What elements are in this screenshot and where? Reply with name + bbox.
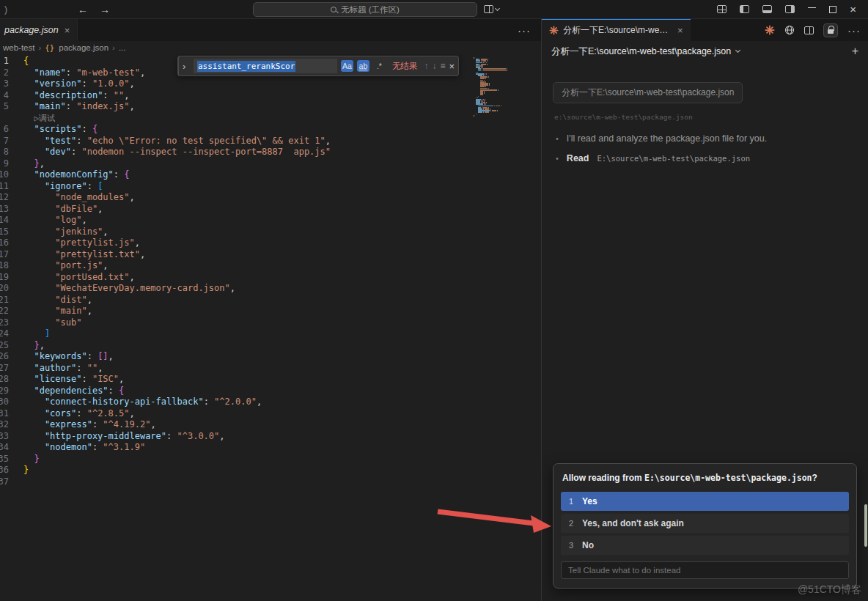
code-line[interactable]: 31"cors": "^2.8.5", <box>0 408 471 420</box>
code-line[interactable]: 4"description": "", <box>0 90 471 102</box>
code-line-content: "author": "", <box>9 363 103 375</box>
code-line[interactable]: 28"license": "ISC", <box>0 374 471 386</box>
code-line[interactable]: 15"jenkins", <box>0 226 471 238</box>
code-line[interactable]: 36} <box>0 465 471 476</box>
conversation-title[interactable]: 分析一下E:\source\m-web-test\package.json <box>551 45 731 58</box>
tell-claude-placeholder: Tell Claude what to do instead <box>568 566 680 575</box>
permission-option-3[interactable]: 3No <box>561 536 849 555</box>
code-token: "ISC" <box>92 374 119 384</box>
find-previous-button[interactable]: ↑ <box>424 61 428 71</box>
code-line[interactable]: 14"log", <box>0 215 471 226</box>
code-line[interactable]: 5"main": "index.js", <box>0 101 471 113</box>
panel-tab-claude[interactable]: 分析一下E:\source\m-web-test... × <box>542 19 691 41</box>
panel-scrollbar-thumb[interactable] <box>864 504 867 547</box>
match-case-toggle[interactable]: Aa <box>341 60 353 72</box>
code-line[interactable]: 13"dbFile", <box>0 204 471 215</box>
layout-grid-icon[interactable] <box>717 5 727 13</box>
find-close-button[interactable]: × <box>449 61 455 72</box>
code-line[interactable]: 8"dev": "nodemon --inspect --inspect-por… <box>0 147 471 158</box>
code-line[interactable]: 21"dist", <box>0 295 471 306</box>
maximize-button[interactable] <box>829 6 836 13</box>
editor-more-actions-button[interactable]: ··· <box>518 19 541 41</box>
code-line[interactable]: 3"version": "1.0.0", <box>0 78 471 90</box>
find-collapse-icon[interactable]: › <box>183 61 190 72</box>
code-line[interactable]: 20"WechatEveryDay.memory-card.json", <box>0 283 471 295</box>
code-line[interactable]: ▷调试 <box>0 113 471 125</box>
line-number: 25 <box>0 340 9 352</box>
tab-close-icon[interactable]: × <box>65 25 70 36</box>
code-line[interactable]: 16"prettylist.js", <box>0 237 471 249</box>
code-token: "jenkins" <box>55 226 103 237</box>
panel-tab-close-icon[interactable]: × <box>677 25 683 36</box>
whole-word-toggle[interactable]: ab <box>357 60 369 72</box>
code-line[interactable]: 19"portUsed.txt", <box>0 272 471 284</box>
code-token: "connect-history-api-fallback" <box>45 397 204 407</box>
code-line[interactable]: 30"connect-history-api-fallback": "^2.0.… <box>0 397 471 408</box>
context-path: e:\source\m-web-test\package.json <box>553 113 857 121</box>
code-line[interactable]: 12"node_modules", <box>0 192 471 204</box>
breadcrumb-item[interactable]: ... <box>119 43 126 52</box>
find-input[interactable]: assistant_rerankScor <box>194 59 337 73</box>
code-line[interactable]: 6"scripts": { <box>0 124 471 136</box>
code-line[interactable]: 9}, <box>0 158 471 170</box>
line-number: 17 <box>0 249 9 261</box>
code-line[interactable]: 34"nodemon": "^3.1.9" <box>0 442 471 454</box>
code-area[interactable]: 1{2"name": "m-web-test",3"version": "1.0… <box>0 54 471 601</box>
code-line[interactable]: 25}, <box>0 340 471 352</box>
breadcrumb-item[interactable]: web-test <box>3 43 34 52</box>
globe-icon[interactable] <box>784 25 795 35</box>
code-token: [] <box>98 351 108 361</box>
code-line[interactable]: 37 <box>0 476 471 488</box>
permissions-lock-button[interactable] <box>823 23 838 37</box>
code-line[interactable]: 29"dependencies": { <box>0 386 471 397</box>
code-line-content: "description": "", <box>9 90 130 102</box>
line-number: 1 <box>0 56 9 67</box>
code-line-content <box>9 476 23 488</box>
code-line[interactable]: 7"test": "echo \"Error: no test specifie… <box>0 136 471 147</box>
forward-button[interactable]: → <box>100 4 110 15</box>
regex-toggle[interactable]: .* <box>373 60 386 72</box>
panel-more-actions-button[interactable]: ··· <box>847 24 861 37</box>
tab-package-json[interactable]: package.json × <box>0 19 78 41</box>
code-token: : <box>81 124 92 134</box>
editor-group: package.json × ··· web-test›{} package.j… <box>0 19 541 601</box>
code-line[interactable]: 32"express": "^4.19.2", <box>0 419 471 431</box>
toggle-secondary-sidebar-icon[interactable] <box>785 5 795 13</box>
minimap[interactable] <box>474 57 538 118</box>
back-button[interactable]: ← <box>78 4 88 15</box>
find-next-button[interactable]: ↓ <box>432 61 436 71</box>
minimize-button[interactable] <box>808 7 816 8</box>
chevron-down-icon[interactable] <box>735 48 740 53</box>
code-line[interactable]: 26"keywords": [], <box>0 351 471 363</box>
breadcrumb-item[interactable]: {} package.json <box>45 43 108 52</box>
tell-claude-input[interactable]: Tell Claude what to do instead <box>561 561 849 579</box>
line-number: 31 <box>0 408 9 420</box>
code-line[interactable]: 33"http-proxy-middleware": "^3.0.0", <box>0 431 471 443</box>
code-line[interactable]: 23"sub" <box>0 317 471 329</box>
code-line[interactable]: 11"ignore": [ <box>0 181 471 193</box>
code-line[interactable]: 18"port.js", <box>0 260 471 272</box>
permission-option-2[interactable]: 2Yes, and don't ask again <box>561 514 849 533</box>
permission-option-1[interactable]: 1Yes <box>561 492 849 511</box>
split-panel-icon[interactable] <box>804 26 814 34</box>
customize-layout-button[interactable] <box>484 5 499 13</box>
code-line[interactable]: 24] <box>0 328 471 340</box>
code-line-content: "node_modules", <box>9 192 135 204</box>
toggle-sidebar-icon[interactable] <box>740 5 749 13</box>
codelens-debug[interactable]: ▷调试 <box>34 114 55 123</box>
dialog-title-suffix: ? <box>812 473 817 483</box>
code-line[interactable]: 35} <box>0 454 471 465</box>
breadcrumb: web-test›{} package.json›... <box>0 41 541 54</box>
new-conversation-button[interactable]: + <box>852 45 858 58</box>
claude-star-icon[interactable] <box>765 25 775 35</box>
close-window-button[interactable]: × <box>850 4 856 15</box>
code-line[interactable]: 27"author": "", <box>0 363 471 375</box>
code-editor[interactable]: 1{2"name": "m-web-test",3"version": "1.0… <box>0 54 541 601</box>
watermark: @51CTO博客 <box>798 583 861 597</box>
toggle-panel-icon[interactable] <box>762 5 772 13</box>
code-line[interactable]: 10"nodemonConfig": { <box>0 169 471 181</box>
code-line[interactable]: 17"prettylist.txt", <box>0 249 471 261</box>
find-in-selection-button[interactable]: ≡ <box>440 61 445 71</box>
code-line[interactable]: 22"main", <box>0 306 471 317</box>
command-center-search[interactable]: 无标题 (工作区) <box>253 2 477 17</box>
